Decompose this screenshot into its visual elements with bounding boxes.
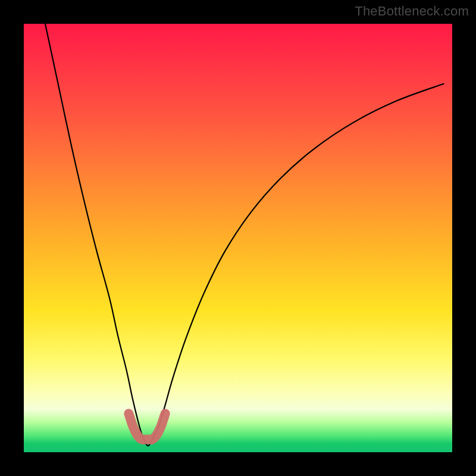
curve-layer [24, 24, 452, 452]
highlight-bottom [129, 414, 165, 440]
plot-area [24, 24, 452, 452]
watermark-text: TheBottleneck.com [355, 4, 469, 19]
chart-container: TheBottleneck.com [0, 0, 476, 476]
bottleneck-curve [45, 24, 444, 446]
